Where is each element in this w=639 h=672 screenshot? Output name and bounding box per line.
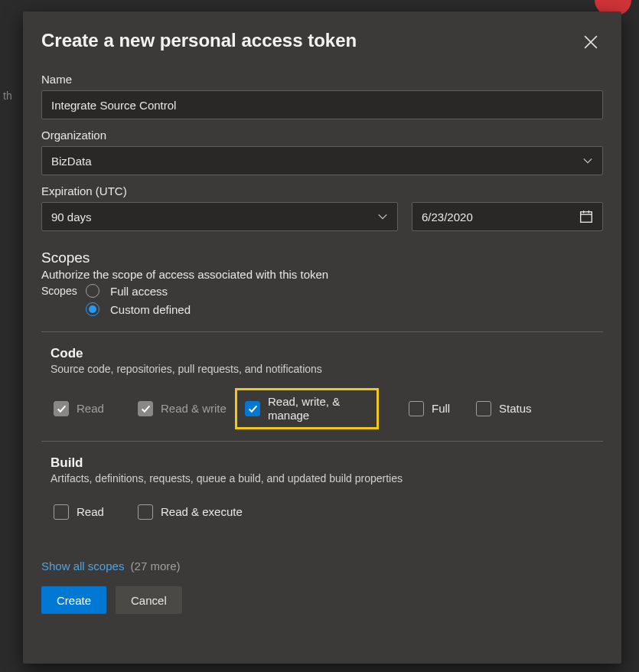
- perm-build-readexec-label: Read & execute: [161, 505, 243, 519]
- full-access-label: Full access: [110, 285, 168, 298]
- organization-value: BizData: [51, 155, 92, 168]
- perm-code-readwrite-label: Read & write: [161, 402, 227, 416]
- create-button[interactable]: Create: [41, 586, 106, 614]
- perm-code-full-checkbox[interactable]: [409, 401, 424, 416]
- expiration-date-input[interactable]: 6/23/2020: [412, 202, 603, 231]
- perm-code-read[interactable]: Read: [51, 390, 135, 427]
- action-buttons: Create Cancel: [41, 586, 603, 614]
- expiration-preset-value: 90 days: [51, 210, 92, 223]
- expiration-preset-select[interactable]: 90 days: [41, 202, 398, 231]
- chevron-down-icon: [377, 211, 388, 222]
- custom-defined-radio[interactable]: [86, 302, 99, 316]
- perm-build-read[interactable]: Read: [51, 500, 135, 524]
- perm-build-read-label: Read: [77, 505, 104, 519]
- modal-body: Name Organization BizData Expiration (UT…: [23, 64, 621, 664]
- perm-build-readexec[interactable]: Read & execute: [135, 500, 246, 524]
- modal-header: Create a new personal access token: [23, 11, 621, 64]
- scope-group-build-title: Build: [51, 455, 594, 471]
- perm-code-full-label: Full: [432, 402, 450, 416]
- name-input[interactable]: [41, 90, 603, 119]
- modal-title: Create a new personal access token: [41, 30, 357, 51]
- show-all-scopes-row: Show all scopes (27 more): [41, 559, 603, 573]
- scopes-description: Authorize the scope of access associated…: [41, 268, 603, 281]
- perm-code-read-checkbox[interactable]: [54, 401, 69, 416]
- close-icon: [584, 35, 598, 49]
- perm-build-readexec-checkbox[interactable]: [138, 504, 153, 520]
- custom-defined-label: Custom defined: [110, 303, 191, 316]
- close-button[interactable]: [579, 30, 603, 54]
- perm-code-status-checkbox[interactable]: [476, 401, 491, 416]
- scope-group-build: Build Artifacts, definitions, requests, …: [41, 442, 603, 538]
- scopes-label: Scopes: [41, 285, 86, 297]
- perm-code-rwmanage-label: Read, write, & manage: [268, 395, 352, 422]
- perm-code-rwmanage-checkbox[interactable]: [245, 401, 260, 416]
- organization-select[interactable]: BizData: [41, 146, 603, 175]
- show-all-scopes-link[interactable]: Show all scopes: [41, 559, 124, 573]
- show-all-scopes-count: (27 more): [131, 559, 181, 573]
- perm-code-full[interactable]: Full: [406, 390, 473, 427]
- scopes-title: Scopes: [41, 250, 603, 266]
- scope-group-code: Code Source code, repositories, pull req…: [41, 332, 603, 442]
- expiration-label: Expiration (UTC): [41, 184, 603, 197]
- chevron-down-icon: [582, 155, 593, 166]
- svg-rect-0: [581, 212, 592, 223]
- scopes-section: Scopes Authorize the scope of access ass…: [41, 250, 603, 316]
- perm-code-readwrite[interactable]: Read & write: [135, 390, 237, 427]
- scope-list-panel[interactable]: Code Source code, repositories, pull req…: [41, 331, 603, 546]
- cancel-button[interactable]: Cancel: [116, 586, 182, 614]
- calendar-icon: [579, 210, 593, 223]
- scope-group-build-desc: Artifacts, definitions, requests, queue …: [51, 472, 594, 484]
- scope-group-code-title: Code: [51, 346, 594, 361]
- expiration-date-value: 6/23/2020: [422, 210, 473, 223]
- full-access-radio[interactable]: [86, 284, 99, 298]
- perm-code-readwrite-checkbox[interactable]: [138, 401, 153, 416]
- perm-build-read-checkbox[interactable]: [54, 504, 69, 520]
- perm-code-status[interactable]: Status: [473, 390, 548, 427]
- perm-code-read-label: Read: [77, 402, 104, 416]
- create-pat-modal: Create a new personal access token Name …: [23, 11, 621, 664]
- name-label: Name: [41, 73, 603, 86]
- perm-code-rwmanage[interactable]: Read, write, & manage: [237, 390, 377, 427]
- backdrop-text-fragment: th: [0, 86, 15, 105]
- scope-group-code-desc: Source code, repositories, pull requests…: [51, 363, 594, 375]
- organization-label: Organization: [41, 129, 603, 142]
- perm-code-status-label: Status: [499, 402, 532, 416]
